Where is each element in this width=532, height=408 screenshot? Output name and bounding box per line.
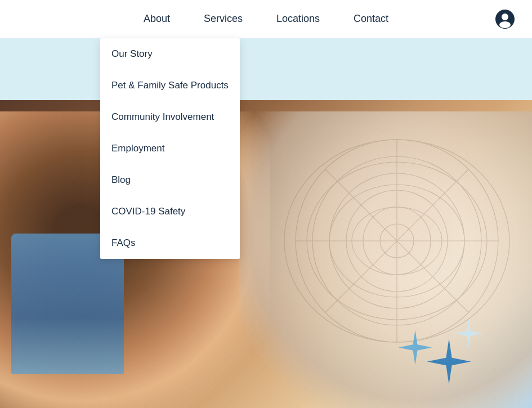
- user-account-icon[interactable]: [495, 9, 515, 29]
- dropdown-item-community[interactable]: Community Involvement: [100, 101, 240, 133]
- about-dropdown: Our Story Pet & Family Safe Products Com…: [100, 38, 240, 259]
- nav-item-services[interactable]: Services: [204, 13, 243, 25]
- header: About Services Locations Contact: [0, 0, 532, 38]
- svg-marker-19: [454, 319, 483, 348]
- sparkle-medium-blue: [397, 329, 433, 366]
- nav-item-contact[interactable]: Contact: [354, 13, 388, 25]
- dropdown-item-blog[interactable]: Blog: [100, 164, 240, 196]
- svg-point-1: [502, 14, 508, 20]
- app-wrapper: About Services Locations Contact Our Sto…: [0, 0, 532, 408]
- dropdown-item-our-story[interactable]: Our Story: [100, 38, 240, 70]
- sparkle-white: [453, 318, 484, 349]
- hero-image: [0, 100, 532, 408]
- main-nav: About Services Locations Contact: [144, 13, 388, 25]
- hero-top-bar: [0, 38, 532, 100]
- dropdown-item-pet-family[interactable]: Pet & Family Safe Products: [100, 70, 240, 101]
- hero-section: [0, 38, 532, 408]
- svg-point-2: [499, 21, 511, 28]
- sparkle-group: [380, 290, 504, 391]
- svg-marker-18: [399, 330, 432, 365]
- dropdown-item-employment[interactable]: Employment: [100, 133, 240, 164]
- nav-item-locations[interactable]: Locations: [276, 13, 320, 25]
- dropdown-item-faqs[interactable]: FAQs: [100, 227, 240, 259]
- nav-item-about[interactable]: About: [144, 13, 170, 25]
- dropdown-item-covid[interactable]: COVID-19 Safety: [100, 196, 240, 227]
